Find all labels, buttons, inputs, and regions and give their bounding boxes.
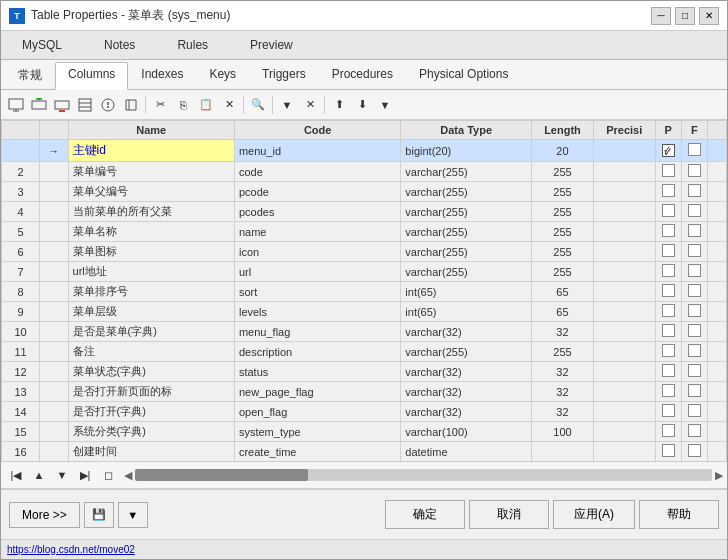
- table-scroll-area[interactable]: Name Code Data Type Length Precisi P F →…: [1, 120, 727, 461]
- tab-preview[interactable]: Preview: [229, 31, 314, 59]
- tb-btn4[interactable]: [74, 94, 96, 116]
- cell-precision[interactable]: [593, 222, 655, 242]
- tb-paste[interactable]: 📋: [195, 94, 217, 116]
- pk-checkbox[interactable]: [662, 164, 675, 177]
- table-row[interactable]: 9菜单层级levelsint(65)65: [2, 302, 727, 322]
- cell-pk[interactable]: [655, 262, 681, 282]
- cell-precision[interactable]: [593, 262, 655, 282]
- tb-cut[interactable]: ✂: [149, 94, 171, 116]
- cell-precision[interactable]: [593, 202, 655, 222]
- cell-datatype[interactable]: varchar(32): [401, 362, 532, 382]
- table-row[interactable]: →主键idmenu_idbigint(20)20✓: [2, 140, 727, 162]
- cell-fk[interactable]: [681, 140, 707, 162]
- fk-checkbox[interactable]: [688, 444, 701, 457]
- cell-length[interactable]: 100: [532, 422, 594, 442]
- subtab-indexes[interactable]: Indexes: [128, 62, 196, 89]
- pk-checkbox[interactable]: [662, 384, 675, 397]
- cell-length[interactable]: 255: [532, 342, 594, 362]
- fk-checkbox[interactable]: [688, 164, 701, 177]
- subtab-procedures[interactable]: Procedures: [319, 62, 406, 89]
- cell-datatype[interactable]: varchar(32): [401, 402, 532, 422]
- cell-fk[interactable]: [681, 182, 707, 202]
- pk-checkbox[interactable]: [662, 344, 675, 357]
- cell-precision[interactable]: [593, 182, 655, 202]
- cell-code[interactable]: icon: [234, 242, 400, 262]
- cell-precision[interactable]: [593, 162, 655, 182]
- cell-code[interactable]: status: [234, 362, 400, 382]
- fk-checkbox[interactable]: [688, 384, 701, 397]
- more-button[interactable]: More >>: [9, 502, 80, 528]
- cell-length[interactable]: 255: [532, 202, 594, 222]
- cell-datatype[interactable]: varchar(255): [401, 262, 532, 282]
- cell-code[interactable]: open_flag: [234, 402, 400, 422]
- cell-pk[interactable]: [655, 242, 681, 262]
- cell-length[interactable]: 32: [532, 382, 594, 402]
- cell-precision[interactable]: [593, 322, 655, 342]
- tb-btn5[interactable]: [97, 94, 119, 116]
- cell-datatype[interactable]: int(65): [401, 302, 532, 322]
- tb-insert-row[interactable]: [28, 94, 50, 116]
- fk-checkbox[interactable]: [688, 344, 701, 357]
- apply-button[interactable]: 应用(A): [553, 500, 635, 529]
- header-precision[interactable]: Precisi: [593, 121, 655, 140]
- table-row[interactable]: 5菜单名称namevarchar(255)255: [2, 222, 727, 242]
- cell-length[interactable]: 255: [532, 222, 594, 242]
- pk-checkbox[interactable]: [662, 404, 675, 417]
- cell-code[interactable]: url: [234, 262, 400, 282]
- cell-fk[interactable]: [681, 362, 707, 382]
- pk-checkbox[interactable]: [662, 244, 675, 257]
- cell-datatype[interactable]: varchar(255): [401, 202, 532, 222]
- cell-name[interactable]: 菜单编号: [68, 162, 234, 182]
- tb-copy[interactable]: ⎘: [172, 94, 194, 116]
- bt-last-row[interactable]: ▶|: [74, 464, 96, 486]
- cell-length[interactable]: 255: [532, 242, 594, 262]
- cell-pk[interactable]: [655, 182, 681, 202]
- table-row[interactable]: 15系统分类(字典)system_typevarchar(100)100: [2, 422, 727, 442]
- cell-datatype[interactable]: varchar(255): [401, 222, 532, 242]
- tb-search[interactable]: 🔍: [247, 94, 269, 116]
- cell-code[interactable]: pcode: [234, 182, 400, 202]
- cell-datatype[interactable]: varchar(255): [401, 342, 532, 362]
- cell-name[interactable]: 是否打开(字典): [68, 402, 234, 422]
- pk-checkbox[interactable]: [662, 424, 675, 437]
- cell-code[interactable]: sort: [234, 282, 400, 302]
- minimize-button[interactable]: ─: [651, 7, 671, 25]
- cell-name[interactable]: 菜单名称: [68, 222, 234, 242]
- tb-dropdown[interactable]: ▼: [374, 94, 396, 116]
- table-row[interactable]: 7url地址urlvarchar(255)255: [2, 262, 727, 282]
- cell-length[interactable]: 255: [532, 162, 594, 182]
- cell-datatype[interactable]: datetime: [401, 442, 532, 462]
- cell-code[interactable]: code: [234, 162, 400, 182]
- cell-name[interactable]: 菜单图标: [68, 242, 234, 262]
- dropdown-save-button[interactable]: ▼: [118, 502, 148, 528]
- tb-clear-filter[interactable]: ✕: [299, 94, 321, 116]
- cell-precision[interactable]: [593, 302, 655, 322]
- cell-length[interactable]: 32: [532, 362, 594, 382]
- cell-precision[interactable]: [593, 422, 655, 442]
- pk-checkbox[interactable]: [662, 204, 675, 217]
- fk-checkbox[interactable]: [688, 264, 701, 277]
- save-icon-button[interactable]: 💾: [84, 502, 114, 528]
- pk-checkbox[interactable]: [662, 444, 675, 457]
- fk-checkbox[interactable]: [688, 324, 701, 337]
- cell-fk[interactable]: [681, 222, 707, 242]
- cell-code[interactable]: menu_flag: [234, 322, 400, 342]
- cell-precision[interactable]: [593, 282, 655, 302]
- cell-pk[interactable]: [655, 402, 681, 422]
- pk-checkbox[interactable]: [662, 224, 675, 237]
- cell-name[interactable]: 当前菜单的所有父菜: [68, 202, 234, 222]
- cell-pk[interactable]: [655, 282, 681, 302]
- tb-export[interactable]: ⬇: [351, 94, 373, 116]
- cell-code[interactable]: menu_id: [234, 140, 400, 162]
- header-code[interactable]: Code: [234, 121, 400, 140]
- cell-fk[interactable]: [681, 342, 707, 362]
- pk-checkbox[interactable]: [662, 364, 675, 377]
- tb-btn6[interactable]: [120, 94, 142, 116]
- cell-precision[interactable]: [593, 442, 655, 462]
- cell-length[interactable]: 255: [532, 262, 594, 282]
- fk-checkbox[interactable]: [688, 284, 701, 297]
- cell-code[interactable]: system_type: [234, 422, 400, 442]
- fk-checkbox[interactable]: [688, 404, 701, 417]
- cell-precision[interactable]: [593, 362, 655, 382]
- header-p[interactable]: P: [655, 121, 681, 140]
